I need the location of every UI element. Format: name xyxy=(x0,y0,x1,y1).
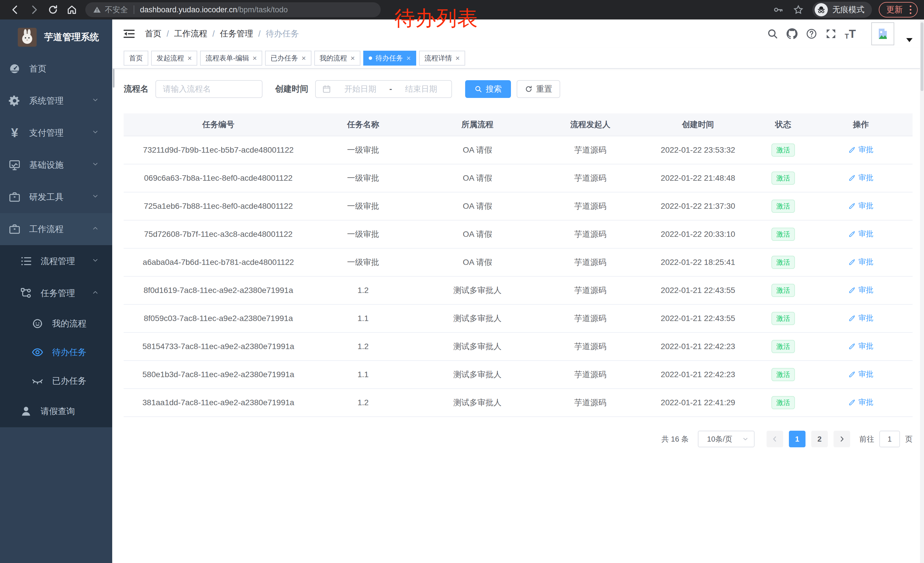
browser-menu-icon[interactable] xyxy=(908,6,914,14)
user-avatar[interactable] xyxy=(872,23,894,45)
update-label[interactable]: 更新 xyxy=(886,4,903,15)
tab-已办任务[interactable]: 已办任务× xyxy=(265,51,311,66)
page-size-select[interactable]: 10条/页 xyxy=(698,431,754,447)
password-key-icon[interactable] xyxy=(773,4,784,15)
approve-link[interactable]: 审批 xyxy=(848,145,873,155)
prev-page-button[interactable] xyxy=(766,431,783,447)
sidebar-item-home[interactable]: 首页 xyxy=(0,53,112,85)
sidebar-item-payment[interactable]: ¥支付管理 xyxy=(0,117,112,149)
create-time-label: 创建时间 xyxy=(275,83,308,95)
cell-initiator: 芋道源码 xyxy=(542,229,639,240)
sidebar-item-leave-query[interactable]: 请假查询 xyxy=(0,395,112,427)
sidebar-item-done-task[interactable]: 已办任务 xyxy=(0,366,112,395)
cell-task-name: 1.1 xyxy=(313,370,413,379)
sidebar-item-label: 请假查询 xyxy=(40,405,75,417)
column-header: 流程发起人 xyxy=(542,119,639,130)
sidebar-item-my-process[interactable]: 我的流程 xyxy=(0,309,112,338)
breadcrumb-separator: / xyxy=(212,29,214,39)
chevron-down-icon xyxy=(742,435,749,443)
tab-label: 发起流程 xyxy=(157,54,184,63)
sidebar-menu: 首页系统管理¥支付管理基础设施研发工具工作流程流程管理任务管理我的流程待办任务已… xyxy=(0,53,112,427)
cell-action: 审批 xyxy=(809,369,912,380)
sidebar-scrollbar[interactable] xyxy=(113,69,114,88)
approve-link[interactable]: 审批 xyxy=(848,257,873,267)
chevron-down-icon xyxy=(92,192,99,200)
approve-link[interactable]: 审批 xyxy=(848,229,873,239)
window-scrollbar[interactable] xyxy=(920,20,924,563)
tab-close-icon[interactable]: × xyxy=(406,54,411,62)
tab-close-icon[interactable]: × xyxy=(302,54,306,62)
cell-status: 激活 xyxy=(757,368,809,381)
sidebar-item-task-manage[interactable]: 任务管理 xyxy=(0,277,112,309)
tab-close-icon[interactable]: × xyxy=(252,54,257,62)
browser-update-button[interactable]: 更新 xyxy=(879,2,918,18)
tab-流程详情[interactable]: 流程详情× xyxy=(419,51,465,66)
table-row: 73211d9d-7b9b-11ec-b5b7-acde48001122一级审批… xyxy=(124,136,912,164)
bookmark-star-icon[interactable] xyxy=(793,4,804,15)
sidebar-item-system[interactable]: 系统管理 xyxy=(0,85,112,117)
approve-link[interactable]: 审批 xyxy=(848,173,873,183)
cell-task-id: 75d72608-7b7f-11ec-a3c8-acde48001122 xyxy=(124,230,313,239)
sidebar-item-process-manage[interactable]: 流程管理 xyxy=(0,245,112,277)
browser-home-icon[interactable] xyxy=(66,4,77,15)
avatar-dropdown-caret-icon[interactable] xyxy=(906,38,912,42)
browser-back-icon[interactable] xyxy=(10,4,21,15)
search-icon[interactable] xyxy=(767,28,778,39)
app-logo[interactable]: 芋道管理系统 xyxy=(0,20,112,50)
incognito-icon xyxy=(814,3,828,17)
status-badge: 激活 xyxy=(771,144,795,157)
page-content: 流程名 创建时间 开始日期 - 结束日期 搜索 重置 xyxy=(112,69,924,563)
approve-link[interactable]: 审批 xyxy=(848,341,873,351)
help-icon[interactable] xyxy=(806,28,817,39)
tab-close-icon[interactable]: × xyxy=(351,54,355,62)
github-icon[interactable] xyxy=(786,28,798,39)
cell-process: OA 请假 xyxy=(413,201,542,212)
breadcrumb-item[interactable]: 首页 xyxy=(145,28,162,39)
start-date-placeholder[interactable]: 开始日期 xyxy=(336,84,384,95)
breadcrumb-item[interactable]: 工作流程 xyxy=(174,28,207,39)
fullscreen-icon[interactable] xyxy=(825,28,837,39)
tab-待办任务[interactable]: 待办任务× xyxy=(363,51,416,66)
approve-link[interactable]: 审批 xyxy=(848,285,873,295)
sidebar-item-infrastructure[interactable]: 基础设施 xyxy=(0,149,112,181)
cell-status: 激活 xyxy=(757,312,809,325)
browser-reload-icon[interactable] xyxy=(48,4,58,15)
sidebar-item-workflow[interactable]: 工作流程 xyxy=(0,213,112,245)
edit-icon xyxy=(848,230,856,238)
approve-link[interactable]: 审批 xyxy=(848,201,873,211)
not-secure-warning-icon[interactable] xyxy=(93,6,101,14)
cell-initiator: 芋道源码 xyxy=(542,201,639,212)
tab-流程表单-编辑[interactable]: 流程表单-编辑× xyxy=(200,51,262,66)
tab-close-icon[interactable]: × xyxy=(455,54,460,62)
goto-page-input[interactable] xyxy=(879,431,900,447)
approve-link[interactable]: 审批 xyxy=(848,397,873,407)
tab-我的流程[interactable]: 我的流程× xyxy=(314,51,360,66)
briefcase-icon xyxy=(8,191,21,203)
sidebar-item-label: 研发工具 xyxy=(29,191,63,203)
chevron-down-icon xyxy=(92,257,99,264)
security-label[interactable]: 不安全 xyxy=(105,5,128,15)
cell-action: 审批 xyxy=(809,397,912,408)
sidebar-item-dev-tools[interactable]: 研发工具 xyxy=(0,181,112,213)
tab-close-icon[interactable]: × xyxy=(188,54,192,62)
approve-link[interactable]: 审批 xyxy=(848,369,873,379)
sidebar-fold-icon[interactable] xyxy=(123,28,135,40)
page-button-2[interactable]: 2 xyxy=(811,431,828,447)
breadcrumb-item[interactable]: 任务管理 xyxy=(220,28,253,39)
address-bar[interactable]: 不安全 dashboard.yudao.iocoder.cn/bpm/task/… xyxy=(85,2,381,17)
process-name-input[interactable] xyxy=(155,80,262,98)
tab-发起流程[interactable]: 发起流程× xyxy=(151,51,197,66)
cell-action: 审批 xyxy=(809,145,912,156)
next-page-button[interactable] xyxy=(834,431,850,447)
total-count: 共 16 条 xyxy=(662,434,689,444)
tab-首页[interactable]: 首页 xyxy=(124,51,148,66)
end-date-placeholder[interactable]: 结束日期 xyxy=(397,84,445,95)
sidebar-item-todo-task[interactable]: 待办任务 xyxy=(0,338,112,366)
browser-forward-icon[interactable] xyxy=(28,4,39,15)
font-size-icon[interactable]: TT xyxy=(845,27,856,41)
search-button[interactable]: 搜索 xyxy=(465,80,511,98)
approve-link[interactable]: 审批 xyxy=(848,313,873,323)
page-button-1[interactable]: 1 xyxy=(789,431,806,447)
date-range-picker[interactable]: 开始日期 - 结束日期 xyxy=(315,80,452,98)
reset-button[interactable]: 重置 xyxy=(517,80,560,98)
